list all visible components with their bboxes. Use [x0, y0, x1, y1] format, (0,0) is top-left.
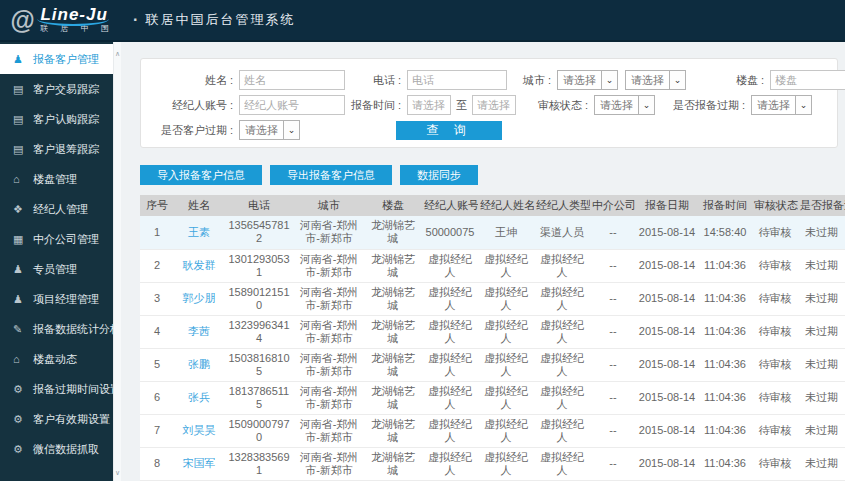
export-report-customers-button[interactable]: 导出报备客户信息 — [270, 165, 392, 185]
table-cell: 11:04:36 — [698, 447, 752, 480]
import-report-customers-button[interactable]: 导入报备客户信息 — [140, 165, 262, 185]
column-header: 城市 — [294, 195, 364, 216]
sidebar-item-9[interactable]: ♟项目经理管理 — [0, 284, 113, 314]
search-row-1: 姓名 : 电话 : 城市 : 请选择 ⌄ 请选择 ⌄ 楼盘 : — [151, 69, 827, 91]
table-row: 8宋国军13283835691河南省-郑州市-新郑市龙湖锦艺城虚拟经纪人虚拟经纪… — [140, 447, 845, 480]
customer-expired-select[interactable]: 请选择 ⌄ — [239, 120, 300, 140]
search-button[interactable]: 查 询 — [396, 121, 502, 140]
name-input[interactable] — [239, 70, 345, 90]
city-select-2[interactable]: 请选择 ⌄ — [625, 70, 686, 90]
customer-name-link[interactable]: 耿发群 — [183, 259, 216, 271]
table-cell: 虚拟经纪人 — [534, 414, 590, 447]
table-cell: 虚拟经纪人 — [422, 381, 478, 414]
sidebar-item-8[interactable]: ♟专员管理 — [0, 254, 113, 284]
table-cell: -- — [590, 348, 636, 381]
table-cell: 未过期 — [798, 216, 845, 249]
table-cell: 13239963414 — [224, 315, 294, 348]
table-cell: 1 — [140, 216, 174, 249]
sidebar-item-10[interactable]: ✎报备数据统计分析 — [0, 314, 113, 344]
table-cell: 11:04:36 — [698, 414, 752, 447]
cell-name: 张鹏 — [174, 348, 224, 381]
audit-status-label: 审核状态 : — [516, 98, 594, 113]
customer-name-link[interactable]: 宋国军 — [183, 457, 216, 469]
customer-name-link[interactable]: 刘昊昊 — [183, 424, 216, 436]
table-row: 2耿发群13012930531河南省-郑州市-新郑市龙湖锦艺城虚拟经纪人虚拟经纪… — [140, 249, 845, 282]
top-header: @ Line-Ju 联 居 中 国 · 联居中国后台管理系统 — [0, 0, 845, 42]
table-cell: 未过期 — [798, 381, 845, 414]
table-row: 7刘昊昊15090007970河南省-郑州市-新郑市龙湖锦艺城虚拟经纪人虚拟经纪… — [140, 414, 845, 447]
table-cell: 虚拟经纪人 — [534, 447, 590, 480]
column-header: 楼盘 — [364, 195, 422, 216]
table-cell: 龙湖锦艺城 — [364, 315, 422, 348]
table-cell: 3 — [140, 282, 174, 315]
table-cell: 渠道人员 — [534, 216, 590, 249]
report-time-from-input[interactable] — [407, 95, 451, 115]
sidebar-item-5[interactable]: ⌂楼盘管理 — [0, 164, 113, 194]
table-cell: 虚拟经纪人 — [422, 315, 478, 348]
table-cell: 6 — [140, 381, 174, 414]
customer-name-link[interactable]: 王素 — [188, 226, 210, 238]
city-select-1[interactable]: 请选择 ⌄ — [557, 70, 618, 90]
data-sync-button[interactable]: 数据同步 — [400, 165, 478, 185]
table-cell: 7 — [140, 414, 174, 447]
sidebar-item-2[interactable]: ▤客户交易跟踪 — [0, 74, 113, 104]
table-cell: -- — [590, 216, 636, 249]
sidebar-item-11[interactable]: ⌂楼盘动态 — [0, 344, 113, 374]
user-icon: ♟ — [13, 263, 28, 276]
table-cell: 虚拟经纪人 — [422, 414, 478, 447]
user-icon: ♟ — [13, 53, 28, 66]
agent-account-input[interactable] — [239, 95, 345, 115]
customer-name-link[interactable]: 李茜 — [188, 325, 210, 337]
table-cell: 2015-08-14 — [636, 249, 698, 282]
table-cell: -- — [590, 249, 636, 282]
column-header: 经纪人账号 — [422, 195, 478, 216]
sidebar-item-label: 客户认购跟踪 — [33, 112, 99, 127]
sidebar-item-13[interactable]: ⚙客户有效期设置 — [0, 404, 113, 434]
customer-name-link[interactable]: 张兵 — [188, 391, 210, 403]
sidebar-item-label: 报备数据统计分析 — [33, 322, 121, 337]
phone-label: 电话 : — [345, 73, 407, 88]
loupan-input[interactable] — [770, 70, 845, 90]
sidebar-scrollbar[interactable]: ∧ ∨ — [113, 42, 121, 481]
table-cell: 待审核 — [752, 348, 798, 381]
report-time-to-input[interactable] — [472, 95, 516, 115]
scroll-up-icon[interactable]: ∧ — [114, 50, 121, 58]
cell-name: 张兵 — [174, 381, 224, 414]
table-cell: 2015-08-14 — [636, 414, 698, 447]
column-header: 报备时间 — [698, 195, 752, 216]
report-time-label: 报备时间 : — [345, 98, 407, 113]
audit-status-select[interactable]: 请选择 ⌄ — [594, 95, 655, 115]
sidebar-item-6[interactable]: ❖经纪人管理 — [0, 194, 113, 224]
to-label: 至 — [456, 98, 467, 113]
table-cell: 龙湖锦艺城 — [364, 348, 422, 381]
table-cell: 11:04:36 — [698, 348, 752, 381]
table-cell: 未过期 — [798, 447, 845, 480]
table-cell: -- — [590, 447, 636, 480]
table-cell: 8 — [140, 447, 174, 480]
sidebar-item-3[interactable]: ▤客户认购跟踪 — [0, 104, 113, 134]
report-expired-select[interactable]: 请选择 ⌄ — [751, 95, 812, 115]
sidebar-item-label: 专员管理 — [33, 262, 77, 277]
sidebar-item-4[interactable]: ▤客户退筹跟踪 — [0, 134, 113, 164]
audit-status-value: 请选择 — [595, 96, 638, 114]
table-cell: 虚拟经纪人 — [478, 348, 534, 381]
customer-name-link[interactable]: 张鹏 — [188, 358, 210, 370]
scroll-down-icon[interactable]: ∨ — [114, 469, 121, 477]
page-title: 联居中国后台管理系统 — [145, 11, 295, 29]
sidebar-item-12[interactable]: ⚙报备过期时间设置 — [0, 374, 113, 404]
phone-input[interactable] — [407, 70, 507, 90]
customer-name-link[interactable]: 郭少朋 — [183, 292, 216, 304]
table-cell: 11:04:36 — [698, 315, 752, 348]
table-row: 4李茜13239963414河南省-郑州市-新郑市龙湖锦艺城虚拟经纪人虚拟经纪人… — [140, 315, 845, 348]
table-cell: 2015-08-14 — [636, 315, 698, 348]
table-cell: 虚拟经纪人 — [534, 249, 590, 282]
sidebar-item-7[interactable]: ▦中介公司管理 — [0, 224, 113, 254]
table-cell: 河南省-郑州市-新郑市 — [294, 348, 364, 381]
sidebar-menu: ♟报备客户管理▤客户交易跟踪▤客户认购跟踪▤客户退筹跟踪⌂楼盘管理❖经纪人管理▦… — [0, 42, 113, 481]
table-row: 3郭少朋15890121510河南省-郑州市-新郑市龙湖锦艺城虚拟经纪人虚拟经纪… — [140, 282, 845, 315]
sidebar-item-14[interactable]: ⚙微信数据抓取 — [0, 434, 113, 464]
table-cell: 13565457812 — [224, 216, 294, 249]
table-cell: 龙湖锦艺城 — [364, 447, 422, 480]
sidebar-item-1[interactable]: ♟报备客户管理 — [0, 44, 113, 74]
table-cell: 龙湖锦艺城 — [364, 249, 422, 282]
